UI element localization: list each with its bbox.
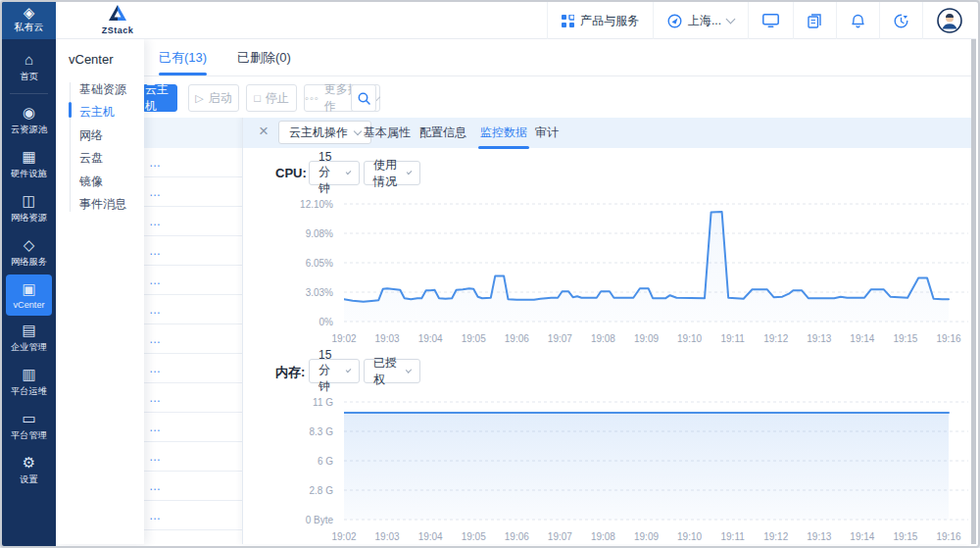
sidebar-item-settings[interactable]: ⚙设置	[6, 448, 52, 492]
cpu-x-axis-label: 19:14	[850, 333, 874, 344]
platform-mgmt-icon: ▭	[6, 411, 52, 426]
detail-tab-2[interactable]: 配置信息	[419, 118, 466, 148]
zstack-logo-icon	[107, 5, 128, 23]
chevron-down-icon	[406, 170, 412, 175]
memory-select-2[interactable]: 已授权	[364, 359, 420, 383]
cpu-x-axis-label: 19:10	[677, 333, 702, 344]
table-row[interactable]: …	[144, 413, 242, 442]
console-button[interactable]	[748, 2, 793, 39]
play-icon: ▷	[195, 92, 203, 105]
platform-ops-icon: ▥	[6, 367, 52, 382]
detail-tab-4[interactable]: 审计	[535, 118, 559, 148]
vm-tabbar: 已有(13) 已删除(0)	[144, 39, 976, 76]
private-cloud-switcher[interactable]: ◈ 私有云	[2, 2, 56, 39]
sidebar-item-cloud-pool[interactable]: ◉云资源池	[6, 98, 52, 142]
search-icon	[358, 92, 370, 105]
cpu-select-2[interactable]: 使用情况	[364, 161, 420, 185]
submenu-active-indicator	[69, 102, 72, 118]
cpu-select-1[interactable]: 15分钟	[309, 161, 360, 185]
region-selector[interactable]: 上海...	[653, 2, 748, 39]
submenu-item-3[interactable]: 网络	[79, 127, 140, 144]
submenu-item-1[interactable]: 基础资源	[79, 81, 140, 98]
document-icon	[808, 14, 822, 28]
memory-x-axis-label: 19:02	[331, 531, 356, 542]
memory-x-axis-label: 19:06	[505, 531, 529, 542]
tab-deleted[interactable]: 已删除(0)	[237, 39, 291, 75]
memory-x-axis-label: 19:13	[807, 531, 831, 542]
vm-actions-dropdown[interactable]: 云主机操作	[278, 121, 371, 144]
memory-y-axis-label: 0 Byte	[243, 515, 333, 525]
chevron-down-icon	[726, 14, 736, 24]
table-row[interactable]: …	[144, 324, 242, 354]
sidebar-item-vcenter[interactable]: ▣vCenter	[6, 274, 52, 316]
products-services-menu[interactable]: 产品与服务	[547, 2, 653, 39]
memory-x-axis-label: 19:10	[677, 531, 702, 542]
sidebar-item-platform-ops[interactable]: ▥平台运维	[6, 360, 52, 404]
table-row[interactable]: …	[144, 295, 242, 324]
memory-chart-title: 内存:	[275, 364, 305, 381]
memory-select-1[interactable]: 15分钟	[309, 359, 360, 383]
sidebar-item-network-service[interactable]: ◇网络服务	[6, 230, 52, 274]
memory-series-area	[344, 413, 949, 520]
detail-tab-3[interactable]: 监控数据	[480, 118, 527, 148]
top-header: ZStack 产品与服务 上海...	[56, 2, 976, 39]
table-row[interactable]: …	[144, 442, 242, 472]
table-row[interactable]: …	[144, 383, 242, 413]
submenu-item-2[interactable]: 云主机	[79, 104, 140, 121]
table-row[interactable]: …	[144, 236, 242, 266]
table-row[interactable]: …	[144, 472, 242, 501]
notifications-button[interactable]	[836, 2, 879, 39]
table-row[interactable]: …	[144, 177, 242, 207]
memory-y-axis-label: 8.3 G	[243, 426, 333, 437]
cpu-chart: CPU:15分钟使用情况12.10%9.08%6.05%3.03%0%19:02…	[243, 161, 971, 367]
hardware-icon: ▦	[6, 149, 52, 165]
table-row[interactable]: …	[144, 148, 242, 177]
memory-x-axis-label: 19:11	[720, 531, 744, 542]
memory-x-axis-label: 19:15	[893, 531, 917, 542]
grid-icon	[562, 15, 574, 27]
tab-existing[interactable]: 已有(13)	[159, 39, 207, 75]
sidebar-item-platform-mgmt[interactable]: ▭平台管理	[6, 404, 52, 448]
user-avatar[interactable]	[922, 2, 976, 39]
sidebar-item-hardware[interactable]: ▦硬件设施	[6, 142, 52, 186]
chevron-down-icon	[345, 170, 351, 175]
memory-x-axis-label: 19:12	[763, 531, 788, 542]
table-row[interactable]: …	[144, 266, 242, 295]
detail-tab-1[interactable]: 基本属性	[364, 118, 411, 148]
submenu-item-4[interactable]: 云盘	[79, 150, 140, 167]
cpu-chart-title: CPU:	[275, 166, 307, 180]
table-row[interactable]: …	[144, 354, 242, 383]
sidebar-item-home[interactable]: ⌂首页	[6, 45, 52, 89]
create-vm-button[interactable]: 云主机	[144, 84, 177, 112]
home-icon: ⌂	[6, 52, 52, 68]
table-row[interactable]: …	[144, 501, 242, 530]
cpu-x-axis-label: 19:05	[462, 333, 486, 344]
close-icon[interactable]: ×	[253, 122, 274, 141]
table-row[interactable]: …	[144, 207, 242, 236]
search-button[interactable]	[351, 84, 376, 112]
detail-header-band: × 云主机操作 基本属性配置信息监控数据审计	[243, 118, 971, 148]
vm-toolbar: 云主机 ▷ 启动 □ 停止 ◦◦◦ 更多操作	[144, 76, 976, 118]
cpu-y-axis-label: 9.08%	[243, 228, 333, 239]
stop-vm-button[interactable]: □ 停止	[246, 84, 297, 112]
sidebar-item-enterprise[interactable]: ▤企业管理	[6, 316, 52, 360]
header-actions: 产品与服务 上海...	[547, 2, 976, 39]
zstack-logo-text: ZStack	[88, 25, 147, 35]
submenu-item-6[interactable]: 事件消息	[79, 196, 140, 213]
history-button[interactable]	[879, 2, 922, 39]
start-vm-button[interactable]: ▷ 启动	[188, 84, 239, 112]
table-row[interactable]: …	[144, 530, 242, 548]
network-service-icon: ◇	[6, 237, 52, 253]
documents-button[interactable]	[793, 2, 836, 39]
memory-x-axis-label: 19:09	[634, 531, 659, 542]
cpu-x-axis-label: 19:15	[893, 333, 917, 344]
memory-x-axis-label: 19:03	[375, 531, 400, 542]
vm-table-header	[144, 118, 242, 148]
cpu-x-axis-label: 19:06	[505, 333, 529, 344]
memory-x-axis-label: 19:08	[591, 531, 615, 542]
cpu-y-axis-label: 3.03%	[243, 287, 333, 298]
vertical-scrollbar[interactable]	[971, 39, 976, 544]
submenu-title: vCenter	[69, 52, 114, 67]
submenu-item-5[interactable]: 镜像	[79, 174, 140, 190]
sidebar-item-network-resource[interactable]: ◫网络资源	[6, 186, 52, 230]
